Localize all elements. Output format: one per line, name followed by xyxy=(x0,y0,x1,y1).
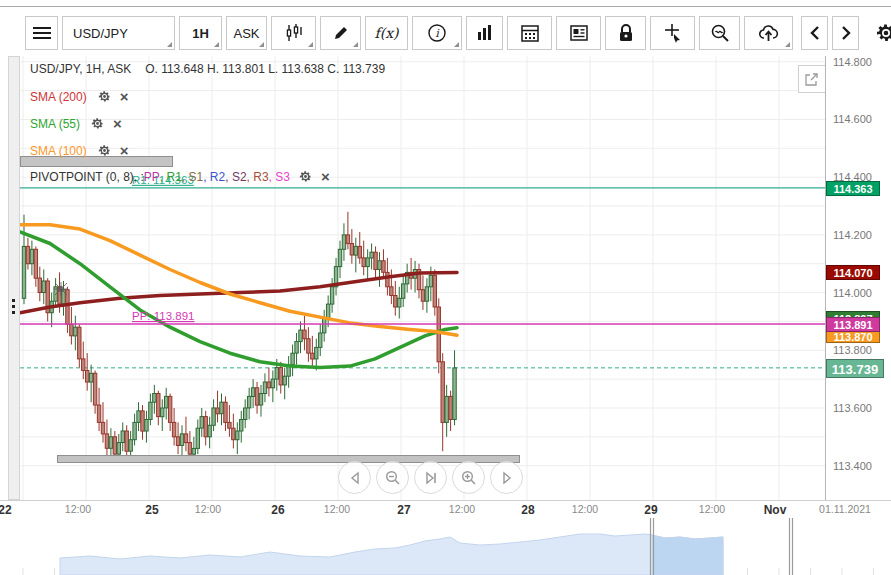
navigator-area xyxy=(60,534,723,575)
timeframe-selector[interactable]: 1H xyxy=(179,16,222,50)
pencil-icon xyxy=(332,24,350,42)
candle-body xyxy=(149,402,152,419)
drag-handle-icon xyxy=(12,299,15,302)
settings-button[interactable] xyxy=(871,16,891,50)
symbol-selector[interactable]: USD/JPY xyxy=(62,16,175,50)
gear-icon xyxy=(97,143,112,158)
price-axis[interactable]: 114.800114.600114.400114.200114.000113.8… xyxy=(825,56,891,500)
candle-body xyxy=(188,443,191,455)
indicator-close-button[interactable]: × xyxy=(113,116,122,131)
forward-button[interactable] xyxy=(832,16,859,50)
chevron-right-icon xyxy=(839,25,853,41)
back-button[interactable] xyxy=(801,16,828,50)
candle-body xyxy=(113,437,116,454)
bar-chart-icon xyxy=(476,24,494,42)
lock-button[interactable] xyxy=(605,16,646,50)
candle-body xyxy=(271,379,274,388)
price-type-selector[interactable]: ASK xyxy=(226,16,267,50)
time-tick-label: 27 xyxy=(397,503,410,517)
candle-body xyxy=(196,428,199,448)
candle-body xyxy=(386,272,389,286)
chart-type-button[interactable] xyxy=(271,16,316,50)
volume-button[interactable] xyxy=(466,16,503,50)
candle-body xyxy=(402,284,405,298)
candle-body xyxy=(176,437,179,446)
candle-body xyxy=(263,382,266,394)
left-panel-strip[interactable] xyxy=(8,56,20,500)
pivot-level-label: , S1 xyxy=(182,170,203,184)
indicator-settings-button[interactable] xyxy=(90,116,105,131)
candle-body xyxy=(429,275,432,287)
candle-body xyxy=(74,327,77,336)
navigator[interactable] xyxy=(0,518,891,575)
time-tick-label: 29 xyxy=(644,503,657,517)
candle-body xyxy=(109,437,112,449)
candle-body xyxy=(70,324,73,336)
candle-body xyxy=(342,235,345,249)
indicator-settings-button[interactable] xyxy=(97,143,112,158)
candle-body xyxy=(370,252,373,258)
svg-text:i: i xyxy=(435,27,440,40)
save-cloud-button[interactable] xyxy=(744,16,793,50)
price-badge: 114.070 xyxy=(826,265,880,280)
candle-body xyxy=(129,440,132,452)
popout-icon xyxy=(804,71,820,87)
calendar-icon xyxy=(520,23,540,43)
candle-body xyxy=(319,333,322,347)
candle-body xyxy=(390,287,393,296)
indicator-label: SMA (55) xyxy=(30,117,80,131)
draw-button[interactable] xyxy=(320,16,361,50)
candle-body xyxy=(275,368,278,380)
popout-button[interactable] xyxy=(798,65,825,93)
candle-body xyxy=(378,261,381,270)
candle-body xyxy=(445,396,448,422)
candle-body xyxy=(220,402,223,414)
time-axis[interactable]: 2212:002512:002612:002712:002812:002912:… xyxy=(0,500,891,519)
pivot-level-label: , S3 xyxy=(269,170,290,184)
pivotpoint-settings-button[interactable] xyxy=(298,169,313,184)
menu-button[interactable] xyxy=(25,16,58,50)
zoom-out-button[interactable] xyxy=(699,16,740,50)
indicator-close-button[interactable]: × xyxy=(120,143,129,158)
time-tick-label: Nov xyxy=(764,503,787,517)
candle-body xyxy=(350,244,353,256)
calendar-button[interactable] xyxy=(507,16,552,50)
chart-nav-buttons xyxy=(338,461,523,494)
pivotpoint-close-button[interactable]: × xyxy=(321,169,330,184)
chart-area[interactable]: R1: 114.363PP: 113.891 USD/JPY, 1H, ASK … xyxy=(20,56,825,500)
step-back-button[interactable] xyxy=(338,461,371,494)
candle-body xyxy=(362,258,365,267)
price-badge: 113.891 xyxy=(826,317,880,332)
crosshair-button[interactable] xyxy=(650,16,695,50)
info-button[interactable]: i xyxy=(412,16,462,50)
time-tick-label: 25 xyxy=(145,503,158,517)
candle-body xyxy=(441,362,444,423)
indicators-button[interactable]: f(x) xyxy=(365,16,408,50)
candle-body xyxy=(311,353,314,359)
skip-to-end-button[interactable] xyxy=(414,461,447,494)
news-button[interactable] xyxy=(556,16,601,50)
candle-body xyxy=(228,422,231,428)
page-top-border xyxy=(0,6,891,7)
indicator-settings-button[interactable] xyxy=(97,89,112,104)
candle-body xyxy=(255,388,258,405)
candle-body xyxy=(398,298,401,307)
zoom-out-chart-button[interactable] xyxy=(376,461,409,494)
candle-body xyxy=(358,246,361,258)
indicator-list: SMA (200)×SMA (55)×SMA (100)× xyxy=(30,89,385,158)
spider-icon xyxy=(53,281,69,297)
pivotpoint-legend: PIVOTPOINT (0, 8), : PP, R1, S1, R2, S2,… xyxy=(30,169,330,184)
candle-body xyxy=(105,434,108,448)
play-button[interactable] xyxy=(490,461,523,494)
candle-body xyxy=(216,408,219,414)
candle-body xyxy=(82,359,85,371)
candle-body xyxy=(165,396,168,408)
candle-body xyxy=(240,420,243,432)
indicator-close-button[interactable]: × xyxy=(120,89,129,104)
candle-body xyxy=(125,431,128,451)
candle-body xyxy=(295,342,298,354)
fx-icon: f(x) xyxy=(374,25,398,41)
pivot-line-label: PP: 113.891 xyxy=(132,310,194,322)
indicator-row: SMA (200)× xyxy=(30,89,385,104)
zoom-in-chart-button[interactable] xyxy=(452,461,485,494)
